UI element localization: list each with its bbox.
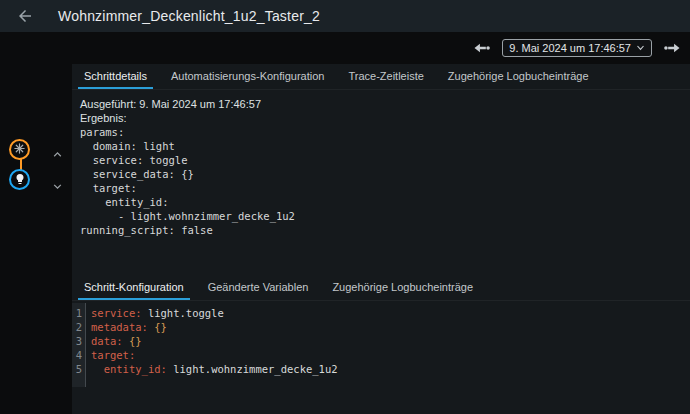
tab-zugehoerige-logbucheintraege-bottom[interactable]: Zugehörige Logbucheinträge (326, 281, 479, 300)
trace-node-trigger[interactable] (9, 139, 30, 160)
previous-node-button[interactable] (44, 141, 70, 167)
previous-trace-button[interactable] (469, 35, 495, 61)
step-details: Ausgeführt: 9. Mai 2024 um 17:46:57 Erge… (72, 90, 690, 237)
code-line: 1 service: light.toggle (72, 306, 690, 320)
line-number: 4 (72, 348, 86, 362)
tab-geaenderte-variablen[interactable]: Geänderte Variablen (202, 281, 315, 300)
tab-bar-top: Schrittdetails Automatisierungs-Konfigur… (72, 64, 690, 90)
asterisk-icon (13, 141, 26, 159)
lightbulb-icon (14, 171, 26, 189)
tab-bar-bottom: Schritt-Konfiguration Geänderte Variable… (72, 275, 690, 301)
code-line: 3 data: {} (72, 334, 690, 348)
page-title: Wohnzimmer_Deckenlicht_1u2_Taster_2 (58, 8, 320, 24)
trace-content-pane: Schrittdetails Automatisierungs-Konfigur… (72, 64, 690, 414)
executed-timestamp: Ausgeführt: 9. Mai 2024 um 17:46:57 (80, 97, 678, 111)
editor-padding (72, 376, 690, 387)
back-button[interactable] (12, 3, 38, 29)
result-yaml-output: params: domain: light service: toggle se… (80, 125, 678, 237)
trace-toolbar: 9. Mai 2024 um 17:46:57 (0, 32, 690, 64)
tab-schritt-konfiguration[interactable]: Schritt-Konfiguration (78, 281, 190, 300)
line-number: 5 (72, 362, 86, 376)
ray-start-arrow-icon (662, 38, 682, 58)
code-line: 4 target: (72, 348, 690, 362)
tab-automatisierungs-konfiguration[interactable]: Automatisierungs-Konfiguration (165, 70, 330, 89)
tab-zugehoerige-logbucheintraege[interactable]: Zugehörige Logbucheinträge (442, 70, 595, 89)
chevron-up-icon (50, 147, 65, 162)
line-number: 3 (72, 334, 86, 348)
tab-trace-zeitleiste[interactable]: Trace-Zeitleiste (342, 70, 429, 89)
result-label: Ergebnis: (80, 111, 678, 125)
line-number: 2 (72, 320, 86, 334)
yaml-code-editor[interactable]: 1 service: light.toggle 2 metadata: {} 3… (72, 303, 690, 387)
code-line: 5 entity_id: light.wohnzimmer_decke_1u2 (72, 362, 690, 376)
next-trace-button[interactable] (659, 35, 685, 61)
line-number: 1 (72, 306, 86, 320)
trace-date-value: 9. Mai 2024 um 17:46:57 (509, 42, 631, 54)
trace-date-select[interactable]: 9. Mai 2024 um 17:46:57 (502, 39, 652, 57)
trace-graph (0, 64, 72, 414)
app-bar: Wohnzimmer_Deckenlicht_1u2_Taster_2 (0, 0, 690, 32)
trace-node-action-selected[interactable] (9, 169, 30, 190)
next-node-button[interactable] (44, 173, 70, 199)
window: { "colors": { "accent": "#2b9fd9", "trig… (0, 0, 690, 414)
main-area: Schrittdetails Automatisierungs-Konfigur… (0, 64, 690, 414)
chevron-down-icon (636, 42, 645, 54)
arrow-left-icon (16, 7, 34, 25)
code-line: 2 metadata: {} (72, 320, 690, 334)
chevron-down-icon (50, 179, 65, 194)
tab-schrittdetails[interactable]: Schrittdetails (78, 70, 153, 89)
ray-end-arrow-icon (472, 38, 492, 58)
